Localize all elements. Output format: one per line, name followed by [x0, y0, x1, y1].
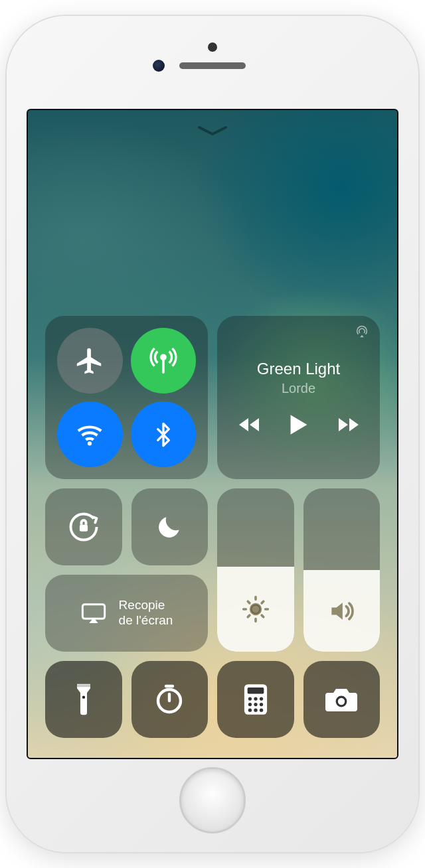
screen-mirroring-button[interactable]: Recopie de l'écran	[45, 575, 208, 652]
orientation-lock-toggle[interactable]	[45, 488, 122, 565]
svg-point-15	[254, 703, 257, 706]
bluetooth-icon	[150, 419, 177, 450]
camera-icon	[324, 686, 359, 713]
svg-point-4	[250, 605, 260, 615]
screen: Green Light Lorde	[27, 109, 398, 759]
svg-point-11	[248, 697, 252, 700]
moon-icon	[155, 512, 184, 542]
screen-mirroring-label: Recopie de l'écran	[119, 598, 173, 628]
bluetooth-toggle[interactable]	[131, 401, 197, 467]
svg-point-0	[161, 355, 165, 359]
brightness-icon	[241, 595, 270, 624]
airplane-mode-toggle[interactable]	[57, 328, 123, 394]
front-camera	[153, 60, 165, 72]
iphone-frame: Green Light Lorde	[7, 16, 418, 852]
earpiece	[179, 62, 246, 69]
svg-point-17	[248, 708, 252, 711]
playback-controls	[238, 413, 360, 436]
svg-point-12	[254, 697, 257, 700]
speaker-icon	[326, 597, 357, 626]
antenna-icon	[148, 346, 179, 376]
svg-rect-5	[82, 605, 104, 619]
airplane-icon	[74, 346, 105, 376]
now-playing-card[interactable]: Green Light Lorde	[217, 316, 380, 479]
airplay-audio-icon	[355, 325, 369, 340]
svg-point-1	[88, 441, 92, 445]
svg-point-6	[82, 696, 85, 699]
calculator-icon	[243, 683, 268, 716]
brightness-slider[interactable]	[217, 488, 294, 652]
home-button[interactable]	[179, 767, 246, 833]
orientation-lock-icon	[66, 510, 101, 544]
wifi-toggle[interactable]	[57, 401, 123, 467]
svg-point-14	[248, 703, 252, 706]
volume-slider[interactable]	[303, 488, 381, 652]
wifi-icon	[74, 419, 105, 450]
svg-rect-3	[80, 525, 88, 532]
airplay-video-icon	[80, 602, 107, 624]
calculator-button[interactable]	[217, 661, 294, 738]
connectivity-card[interactable]	[45, 316, 208, 479]
control-center: Green Light Lorde	[45, 316, 380, 738]
flashlight-button[interactable]	[45, 661, 122, 738]
svg-rect-10	[247, 687, 264, 694]
timer-button[interactable]	[131, 661, 209, 738]
timer-icon	[153, 684, 185, 715]
front-sensor-dot	[208, 42, 217, 52]
svg-point-21	[338, 698, 345, 705]
svg-point-13	[260, 697, 263, 700]
play-icon[interactable]	[288, 413, 309, 436]
svg-point-16	[260, 703, 263, 706]
track-title: Green Light	[257, 360, 340, 378]
dismiss-chevron-icon[interactable]	[197, 125, 228, 137]
rewind-icon[interactable]	[238, 417, 260, 433]
forward-icon[interactable]	[337, 417, 360, 433]
flashlight-icon	[74, 682, 94, 717]
svg-point-18	[254, 708, 257, 711]
track-artist: Lorde	[282, 381, 315, 396]
do-not-disturb-toggle[interactable]	[131, 488, 209, 565]
svg-rect-7	[77, 685, 90, 687]
svg-point-19	[260, 708, 263, 711]
cellular-data-toggle[interactable]	[131, 328, 197, 394]
camera-button[interactable]	[303, 661, 381, 738]
